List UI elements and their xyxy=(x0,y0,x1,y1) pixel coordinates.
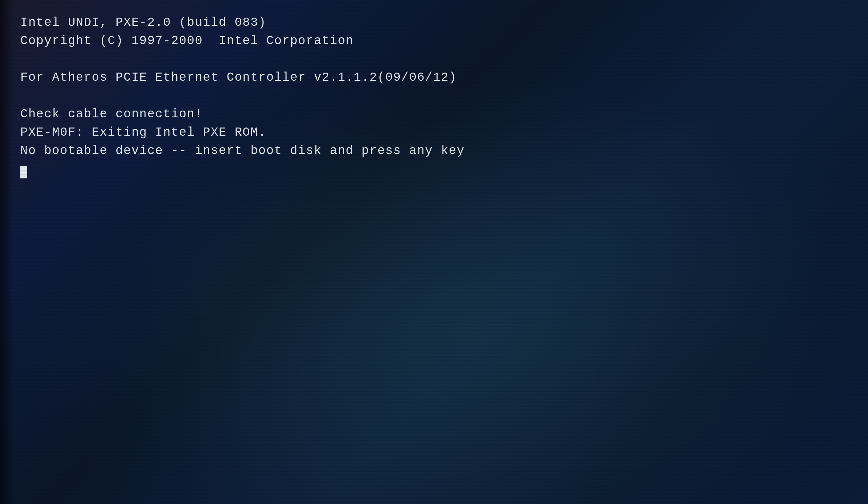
terminal-cursor-line xyxy=(20,160,465,178)
screen-background: Intel UNDI, PXE-2.0 (build 083) Copyrigh… xyxy=(0,0,868,504)
terminal-line-2: Copyright (C) 1997-2000 Intel Corporatio… xyxy=(20,32,465,50)
terminal-line-4: For Atheros PCIE Ethernet Controller v2.… xyxy=(20,69,465,87)
terminal-line-3 xyxy=(20,50,465,69)
terminal-line-5 xyxy=(20,87,465,105)
terminal-line-1: Intel UNDI, PXE-2.0 (build 083) xyxy=(20,13,465,32)
terminal-line-6: Check cable connection! xyxy=(20,105,465,123)
terminal-cursor xyxy=(20,166,27,178)
terminal-display: Intel UNDI, PXE-2.0 (build 083) Copyrigh… xyxy=(20,13,465,178)
terminal-line-8: No bootable device -- insert boot disk a… xyxy=(20,142,465,160)
bezel-left xyxy=(0,0,13,504)
terminal-line-7: PXE-M0F: Exiting Intel PXE ROM. xyxy=(20,123,465,142)
